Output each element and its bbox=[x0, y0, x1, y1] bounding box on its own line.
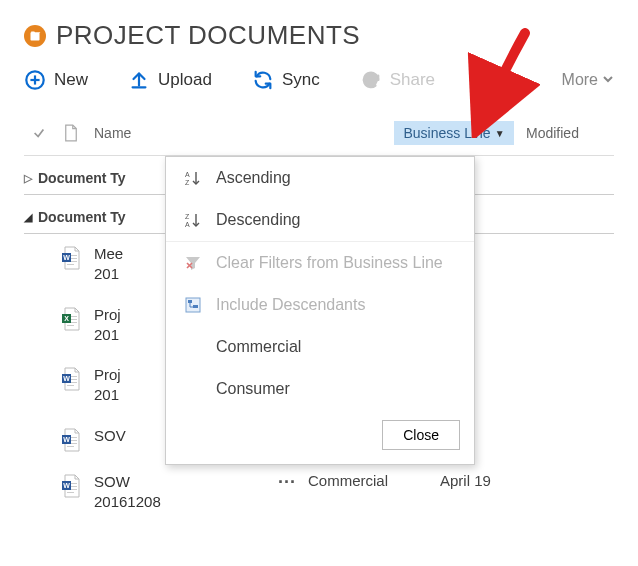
file-type-column-icon bbox=[54, 124, 88, 142]
sort-descending-item[interactable]: ZA Descending bbox=[166, 199, 474, 242]
svg-text:A: A bbox=[185, 171, 190, 178]
sync-label: Sync bbox=[282, 70, 320, 90]
group-label: Document Ty bbox=[38, 170, 126, 186]
svg-text:W: W bbox=[63, 436, 70, 443]
svg-text:W: W bbox=[63, 482, 70, 489]
file-type-icon: W bbox=[54, 472, 88, 498]
sync-icon bbox=[252, 69, 274, 91]
modified-cell: April 19 bbox=[428, 472, 528, 489]
caret-down-icon: ▼ bbox=[495, 128, 505, 139]
new-label: New bbox=[54, 70, 88, 90]
file-name[interactable]: Proj201 bbox=[88, 305, 168, 346]
tree-icon bbox=[184, 297, 202, 313]
caret-down-icon: ◢ bbox=[24, 211, 34, 224]
sort-ascending-item[interactable]: AZ Ascending bbox=[166, 157, 474, 199]
toolbar: New Upload Sync Share More bbox=[24, 69, 614, 91]
column-header-row: Name Business Line ▼ Modified bbox=[24, 115, 614, 156]
chevron-down-icon bbox=[602, 71, 614, 89]
sort-ascending-label: Ascending bbox=[216, 169, 291, 187]
svg-rect-14 bbox=[67, 325, 74, 326]
svg-rect-26 bbox=[67, 446, 74, 447]
svg-rect-20 bbox=[67, 385, 74, 386]
library-icon bbox=[24, 25, 46, 47]
new-button[interactable]: New bbox=[24, 69, 88, 91]
svg-text:X: X bbox=[64, 315, 69, 322]
column-filter-dropdown: AZ Ascending ZA Descending Clear Filters… bbox=[165, 156, 475, 465]
row-actions-button[interactable]: ··· bbox=[278, 472, 308, 493]
column-modified[interactable]: Modified bbox=[514, 125, 614, 141]
filter-option-label: Commercial bbox=[216, 338, 301, 356]
upload-icon bbox=[128, 69, 150, 91]
svg-rect-32 bbox=[67, 492, 74, 493]
column-business-line-label: Business Line bbox=[403, 125, 490, 141]
svg-text:Z: Z bbox=[185, 179, 190, 186]
svg-text:Z: Z bbox=[185, 213, 190, 220]
svg-text:W: W bbox=[63, 375, 70, 382]
funnel-clear-icon bbox=[184, 255, 202, 271]
clear-filters-label: Clear Filters from Business Line bbox=[216, 254, 443, 272]
upload-label: Upload bbox=[158, 70, 212, 90]
svg-rect-45 bbox=[193, 305, 198, 308]
file-name[interactable]: Mee201 bbox=[88, 244, 168, 285]
include-descendants-label: Include Descendants bbox=[216, 296, 365, 314]
business-line-cell: Commercial bbox=[308, 472, 428, 489]
upload-button[interactable]: Upload bbox=[128, 69, 212, 91]
share-button[interactable]: Share bbox=[360, 69, 435, 91]
svg-text:W: W bbox=[63, 254, 70, 261]
svg-text:A: A bbox=[185, 221, 190, 228]
group-label: Document Ty bbox=[38, 209, 126, 225]
file-name[interactable]: SOV bbox=[88, 426, 168, 446]
sort-descending-label: Descending bbox=[216, 211, 301, 229]
close-button[interactable]: Close bbox=[382, 420, 460, 450]
file-type-icon: W bbox=[54, 365, 88, 391]
column-name[interactable]: Name bbox=[88, 125, 394, 141]
share-label: Share bbox=[390, 70, 435, 90]
file-name[interactable]: Proj201 bbox=[88, 365, 168, 406]
more-label: More bbox=[562, 71, 598, 89]
chevron-right-icon: ▷ bbox=[24, 172, 34, 185]
filter-option-label: Consumer bbox=[216, 380, 290, 398]
file-name[interactable]: SOW20161208 bbox=[88, 472, 278, 513]
clear-filters-item: Clear Filters from Business Line bbox=[166, 242, 474, 284]
select-all-checkbox[interactable] bbox=[24, 126, 54, 140]
file-type-icon: W bbox=[54, 244, 88, 270]
file-type-icon: W bbox=[54, 426, 88, 452]
share-icon bbox=[360, 69, 382, 91]
column-business-line[interactable]: Business Line ▼ bbox=[394, 121, 514, 145]
table-row[interactable]: WSOW20161208···CommercialApril 19 bbox=[24, 462, 614, 523]
sort-desc-icon: ZA bbox=[184, 212, 202, 228]
svg-rect-44 bbox=[188, 300, 192, 303]
file-type-icon: X bbox=[54, 305, 88, 331]
sync-button[interactable]: Sync bbox=[252, 69, 320, 91]
plus-icon bbox=[24, 69, 46, 91]
svg-rect-8 bbox=[67, 264, 74, 265]
page-title: PROJECT DOCUMENTS bbox=[56, 20, 360, 51]
include-descendants-item: Include Descendants bbox=[166, 284, 474, 326]
filter-option[interactable]: Commercial bbox=[166, 326, 474, 368]
filter-option[interactable]: Consumer bbox=[166, 368, 474, 410]
sort-asc-icon: AZ bbox=[184, 170, 202, 186]
more-button[interactable]: More bbox=[562, 71, 614, 89]
